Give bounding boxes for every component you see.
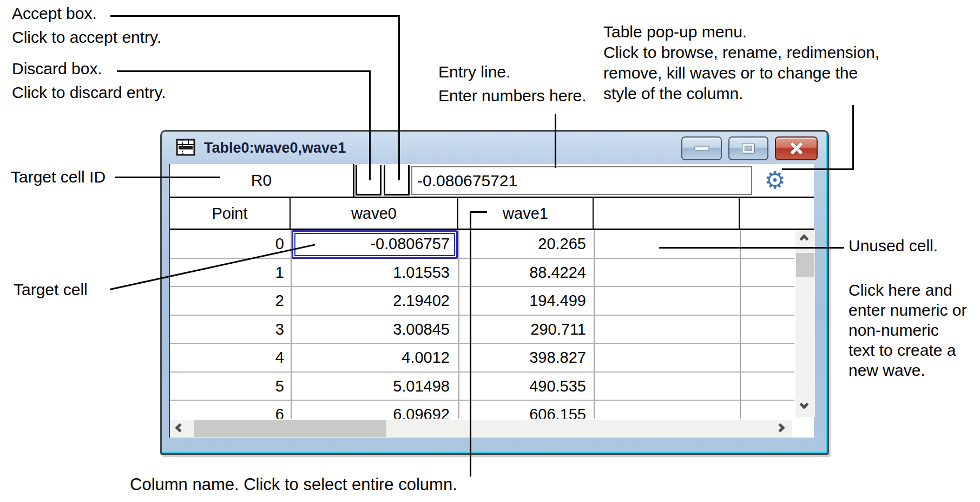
table-header-row: Point wave0 wave1 [170,197,814,230]
table-row: 66.09692606.155 [170,401,794,419]
callout-line-discard-v [369,70,371,180]
column-header-wave0[interactable]: wave0 [291,198,458,229]
column-header-unused-1[interactable] [594,198,740,229]
cell-wave0-row6[interactable]: 6.09692 [291,401,458,419]
annotation-new-wave-line4: text to create a [849,340,966,360]
scroll-up-icon[interactable] [800,234,809,244]
callout-line-popup-v [852,105,854,170]
table-row: 22.19402194.499 [170,287,794,316]
figure-canvas: Accept box. Click to accept entry. Disca… [0,0,980,502]
cell-wave0-row4[interactable]: 4.0012 [291,344,458,371]
table-toolbar: R0 ⚙ [170,164,814,197]
callout-line-entry [555,114,556,168]
table-row: 44.0012398.827 [170,344,794,373]
cell-wave0-row2[interactable]: 2.19402 [291,287,458,314]
cell-wave1-row1[interactable]: 88.4224 [458,259,594,286]
window-title: Table0:wave0,wave1 [204,140,346,157]
annotation-entry-subtitle: Enter numbers here. [438,87,586,105]
column-header-unused-2[interactable] [740,198,794,229]
callout-line-popup-h [782,168,854,170]
annotation-popup-line3: remove, kill waves or to change the [603,63,879,83]
callout-line-column-name-v [470,211,471,477]
callout-line-column-name-tick [470,211,487,213]
cell-wave1-row5[interactable]: 490.535 [458,373,594,400]
horizontal-scrollbar[interactable] [170,420,792,438]
table-row: 11.0155388.4224 [170,259,794,288]
annotation-popup-line1: Table pop-up menu. [603,22,879,42]
table-window: Table0:wave0,wave1 R0 ⚙ [160,130,829,455]
title-bar[interactable]: Table0:wave0,wave1 [162,132,827,164]
cell-wave1-row0[interactable]: 20.265 [458,230,594,257]
callout-line-discard-h [117,70,371,72]
column-header-point[interactable]: Point [170,198,291,229]
cell-wave1-row6[interactable]: 606.155 [458,401,594,419]
annotation-popup-line2: Click to browse, rename, redimension, [603,42,879,63]
minimize-icon [694,146,709,151]
callout-line-unused-cell [659,247,844,249]
gear-icon: ⚙ [764,166,785,194]
annotation-new-wave-line5: new wave. [849,360,966,380]
cell-point-row2[interactable]: 2 [170,287,291,314]
target-cell-highlight [292,230,458,259]
discard-box[interactable] [356,165,382,195]
callout-line-accept-v [398,15,400,180]
annotation-popup-line4: style of the column. [603,83,879,104]
cell-wave0-row5[interactable]: 5.01498 [291,373,458,400]
annotation-unused-cell: Unused cell. [849,237,938,255]
vertical-scrollbar-thumb[interactable] [796,253,814,277]
minimize-button[interactable] [681,136,722,160]
callout-line-target-cell-id [115,177,220,178]
annotation-new-wave-line2: enter numeric or [849,300,966,320]
table-grid-rows: 0-0.080675720.26511.0155388.422422.19402… [170,230,794,419]
table-grid-icon [176,139,195,156]
horizontal-scrollbar-thumb[interactable] [194,420,386,437]
entry-line-input[interactable] [411,166,752,195]
annotation-discard-title: Discard box. [12,60,102,78]
table-row: 55.01498490.535 [170,373,794,401]
annotation-popup-menu: Table pop-up menu. Click to browse, rena… [603,22,879,104]
maximize-button[interactable] [728,136,768,160]
annotation-entry-title: Entry line. [438,63,510,81]
accept-box[interactable] [384,165,410,195]
table-client-area: R0 ⚙ Point wave0 wave1 [169,164,814,438]
scroll-left-icon[interactable] [175,423,185,433]
annotation-discard-subtitle: Click to discard entry. [12,83,166,102]
vertical-scrollbar[interactable] [795,230,815,417]
cell-wave1-row3[interactable]: 290.711 [458,316,594,343]
annotation-new-wave: Click here and enter numeric or non-nume… [849,280,966,380]
close-button[interactable] [775,136,818,160]
annotation-new-wave-line1: Click here and [849,280,966,300]
annotation-accept-title: Accept box. [12,4,97,23]
cell-wave1-row4[interactable]: 398.827 [458,344,594,371]
cell-wave1-row2[interactable]: 194.499 [458,287,594,314]
table-row: 0-0.080675720.265 [170,230,794,259]
table-row: 33.00845290.711 [170,316,794,344]
target-cell-id-display: R0 [170,164,354,197]
maximize-icon [742,144,754,153]
annotation-target-cell-id: Target cell ID [11,168,106,186]
cell-point-row3[interactable]: 3 [170,316,291,343]
scroll-down-icon[interactable] [800,400,809,409]
cell-wave0-row3[interactable]: 3.00845 [291,316,458,343]
column-header-wave1[interactable]: wave1 [458,198,594,229]
callout-line-accept-h [110,15,400,17]
cell-point-row5[interactable]: 5 [170,373,291,400]
annotation-target-cell: Target cell [14,281,88,299]
scroll-right-icon[interactable] [776,423,785,433]
annotation-new-wave-line3: non-numeric [849,320,966,340]
cell-point-row4[interactable]: 4 [170,344,291,371]
cell-point-row6[interactable]: 6 [170,401,291,419]
cell-wave0-row1[interactable]: 1.01553 [291,259,458,286]
annotation-column-name: Column name. Click to select entire colu… [130,475,457,494]
annotation-accept-subtitle: Click to accept entry. [12,28,161,47]
